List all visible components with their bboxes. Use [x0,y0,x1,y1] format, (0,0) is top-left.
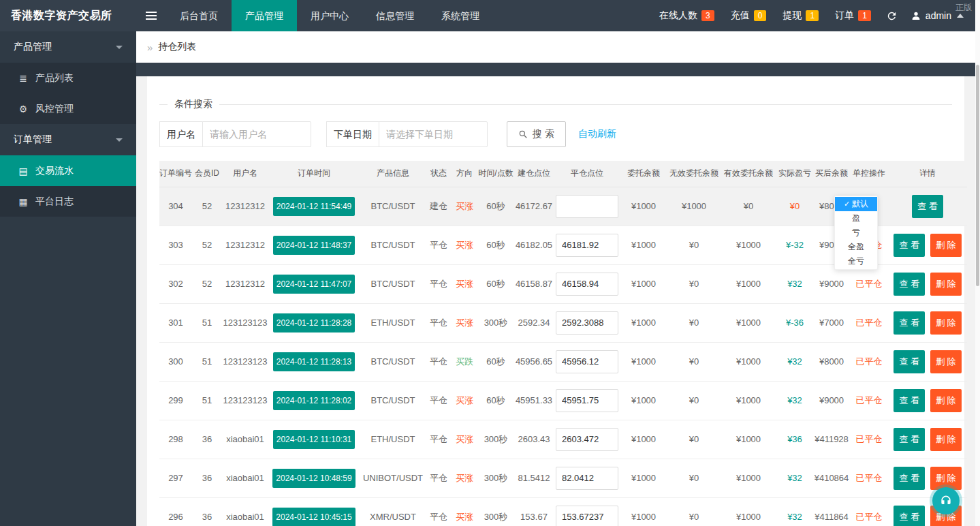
order-time-button[interactable]: 2024-01-12 11:47:07 [273,275,355,294]
sidebar-item[interactable]: ⚙风控管理 [0,93,136,124]
view-button[interactable]: 查 看 [894,389,925,412]
search-row: 用户名 下单日期 搜 索 自动刷新 [159,121,952,147]
scrollbar-thumb[interactable] [976,65,979,286]
sidebar-group[interactable]: 产品管理 [0,31,136,63]
scrollbar-track[interactable] [975,0,980,526]
nav-item-后台首页[interactable]: 后台首页 [166,0,232,31]
delete-button[interactable]: 删 除 [930,389,962,412]
header-stat[interactable]: 充值0 [723,10,775,22]
username-input[interactable] [202,121,311,147]
close-point-input[interactable] [556,234,618,257]
delete-button[interactable]: 删 除 [930,311,962,335]
order-time-button[interactable]: 2024-01-12 10:45:15 [272,508,355,526]
stat-label: 在线人数 [659,10,697,22]
table-row: 301511231231232024-01-12 11:28:28ETH/USD… [159,303,967,342]
check-icon: ✓ [844,200,850,208]
username-cell: 12312312 [222,226,268,264]
sidebar-item[interactable]: ▦平台日志 [0,186,136,217]
dropdown-option[interactable]: ✓默认 [835,197,877,211]
delete-button[interactable]: 删 除 [930,428,962,451]
flow-icon: ▤ [18,166,29,176]
nav-item-用户中心[interactable]: 用户中心 [297,0,362,31]
order-time-cell: 2024-01-12 11:28:13 [268,342,360,381]
product-cell: BTC/USDT [360,226,426,264]
order-time-cell: 2024-01-12 10:45:15 [268,497,360,526]
username-cell: 123123123 [222,303,268,342]
delete-button[interactable]: 删 除 [930,234,962,257]
date-input[interactable] [379,121,488,147]
close-point-input[interactable] [556,389,618,412]
delete-button[interactable]: 删 除 [930,467,962,490]
sidebar-group[interactable]: 订单管理 [0,124,136,155]
product-cell: ETH/USDT [360,303,426,342]
table-row: 29836xiaobai012024-01-12 11:10:31ETH/USD… [159,420,967,459]
dropdown-option[interactable]: 亏 [835,226,877,240]
view-button[interactable]: 查 看 [894,273,925,296]
close-point-input[interactable] [556,195,618,218]
table-row: 299511231231232024-01-12 11:28:02BTC/USD… [159,381,967,420]
member-id-cell: 51 [192,342,222,381]
username-cell: xiaobai01 [222,497,268,526]
order-time-button[interactable]: 2024-01-12 11:48:37 [273,236,355,255]
header-stat[interactable]: 在线人数3 [651,10,723,22]
direction-label: 买涨 [456,395,473,405]
product-cell: BTC/USDT [360,381,426,420]
close-point-cell [554,420,620,459]
close-point-input[interactable] [556,311,618,335]
view-button[interactable]: 查 看 [894,311,925,335]
sidebar-item[interactable]: ▤交易流水 [0,155,136,186]
valid-entrust-cell: ¥1000 [721,459,776,497]
header-stat[interactable]: 提现1 [774,10,827,22]
close-point-input[interactable] [556,350,618,373]
nav-item-产品管理[interactable]: 产品管理 [232,0,297,31]
nav-item-信息管理[interactable]: 信息管理 [362,0,428,31]
invalid-entrust-cell: ¥0 [667,264,721,303]
auto-refresh-link[interactable]: 自动刷新 [578,128,616,140]
sidebar-item[interactable]: ≣产品列表 [0,63,136,93]
duration-cell: 60秒 [478,226,513,264]
delete-button[interactable]: 删 除 [930,273,962,296]
dropdown-option[interactable]: 全亏 [835,254,877,268]
customer-service-button[interactable] [932,487,960,514]
view-button[interactable]: 查 看 [894,350,925,373]
order-time-button[interactable]: 2024-01-12 10:48:59 [272,469,355,488]
column-header: 状态 [426,161,451,187]
order-time-button[interactable]: 2024-01-12 11:28:13 [273,352,355,371]
close-point-input[interactable] [556,273,618,296]
layers-icon: ≣ [18,73,29,84]
view-button[interactable]: 查 看 [894,234,925,257]
entrust-balance-cell: ¥1000 [620,187,667,226]
direction-label: 买涨 [456,201,473,211]
order-time-button[interactable]: 2024-01-12 11:54:49 [273,197,355,216]
close-point-input[interactable] [556,467,618,490]
order-time-button[interactable]: 2024-01-12 11:28:28 [273,313,355,332]
chevron-down-icon [116,138,123,142]
delete-button[interactable]: 删 除 [930,350,962,373]
search-button[interactable]: 搜 索 [507,121,566,147]
refresh-icon[interactable] [879,0,905,31]
view-button[interactable]: 查 看 [894,506,925,526]
app-header: 香港数字资产交易所 后台首页产品管理用户中心信息管理系统管理 在线人数3充值0提… [0,0,980,31]
close-point-input[interactable] [556,506,618,526]
header-stat[interactable]: 订单1 [827,10,879,22]
username-cell: 12312312 [222,187,268,226]
view-button[interactable]: 查 看 [912,195,943,218]
order-time-button[interactable]: 2024-01-12 11:10:31 [273,430,355,449]
open-point-cell: 2603.43 [513,420,554,459]
search-fieldset: 条件搜索 [159,98,952,110]
sidebar-item-label: 风控管理 [35,103,74,115]
dropdown-option[interactable]: 全盈 [835,240,877,254]
member-id-cell: 52 [192,264,222,303]
username: admin [926,10,951,21]
closed-status: 已平仓 [856,512,883,522]
menu-toggle-icon[interactable] [136,0,166,31]
nav-item-系统管理[interactable]: 系统管理 [428,0,493,31]
view-button[interactable]: 查 看 [894,428,925,451]
order-time-button[interactable]: 2024-01-12 11:28:02 [273,391,355,410]
stat-badge: 3 [701,10,714,21]
log-icon: ▦ [18,196,29,207]
dropdown-option[interactable]: 盈 [835,211,877,226]
view-button[interactable]: 查 看 [894,467,925,490]
close-point-input[interactable] [556,428,618,451]
column-header: 无效委托余额 [667,161,721,187]
